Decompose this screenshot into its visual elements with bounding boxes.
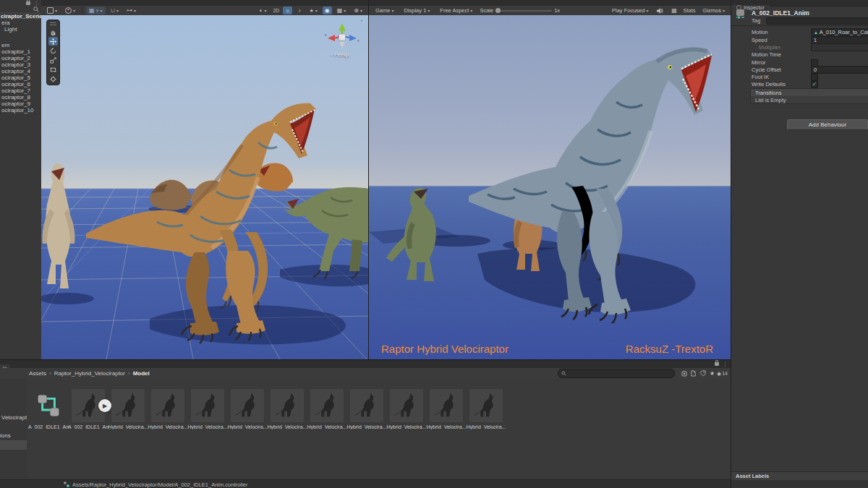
effects-dropdown[interactable]: ★▾ xyxy=(306,7,320,14)
scale-slider[interactable]: Scale 1x xyxy=(480,7,560,14)
hierarchy-header-icons: ⋮ xyxy=(26,1,39,6)
overlay-title: Raptor Hybrid Velociraptor xyxy=(381,343,509,355)
hierarchy-item[interactable]: ociraptor_5 xyxy=(1,74,30,81)
cycle-offset-field[interactable]: 0 xyxy=(811,66,868,74)
hierarchy-item[interactable]: ociraptor_6 xyxy=(1,81,30,87)
hand-tool-button[interactable] xyxy=(48,27,58,36)
scene-visibility-toggle[interactable]: ◉ xyxy=(323,7,332,14)
project-header-icons: ⋮ xyxy=(715,361,728,367)
lock-icon[interactable] xyxy=(26,1,30,5)
foot-ik-label: Foot IK xyxy=(752,74,769,80)
gizmo-style-dropdown[interactable]: ▾ xyxy=(62,7,78,14)
2d-toggle[interactable]: 2D xyxy=(271,7,281,14)
breadcrumb-assets[interactable]: Assets xyxy=(29,370,46,377)
hierarchy-item[interactable]: em xyxy=(1,42,9,48)
multiplier-field xyxy=(811,43,868,51)
grid-visibility-dropdown[interactable]: ▦Y▾ xyxy=(86,7,106,14)
status-path: Assets/Raptor_Hybrid_Velociraptor/Model/… xyxy=(72,481,247,488)
asset-item-controller[interactable]: A_002_IDLE1_An... xyxy=(32,389,65,429)
gizmo-menu-icon[interactable]: ▪ xyxy=(361,18,362,23)
asset-item[interactable]: Hybrid_Velocira... xyxy=(469,389,503,429)
hierarchy-item[interactable]: ociraptor_7 xyxy=(1,87,30,94)
asset-item[interactable]: Hybrid_Velocira... xyxy=(231,389,264,429)
hierarchy-item[interactable]: ociraptor_1 xyxy=(1,48,30,55)
scale-slider-knob[interactable] xyxy=(495,8,501,13)
persp-label[interactable]: ‹ Persp xyxy=(331,51,349,58)
hierarchy-item[interactable]: ociraptor_2 xyxy=(1,55,30,61)
hierarchy-item[interactable]: ociraptor_9 xyxy=(1,100,30,107)
draw-mode-dropdown[interactable]: ▾ xyxy=(44,7,60,14)
project-search-input[interactable] xyxy=(558,369,675,378)
stats-button[interactable]: Stats xyxy=(683,7,695,14)
rotate-tool-button[interactable] xyxy=(48,46,58,55)
move-snap-dropdown[interactable]: ⊶▾ xyxy=(124,7,139,14)
asset-item[interactable]: Hybrid_Velocira... xyxy=(191,389,224,429)
folder-tree-selected-row[interactable] xyxy=(0,440,27,450)
cycle-offset-label: Cycle Offset xyxy=(752,67,781,73)
foot-ik-checkbox[interactable] xyxy=(811,74,818,81)
search-by-type-button[interactable] xyxy=(689,369,698,377)
asset-item[interactable]: Hybrid_Velocira... xyxy=(310,389,344,429)
game-gizmos-dropdown[interactable]: Gizmos▾ xyxy=(700,7,728,14)
display-dropdown[interactable]: Display 1▾ xyxy=(401,7,433,14)
game-viewport[interactable]: Raptor Hybrid Velociraptor RacksuZ -Trex… xyxy=(369,15,731,359)
asset-item[interactable]: Hybrid_Velocira... xyxy=(430,389,463,429)
mute-audio-button[interactable] xyxy=(655,7,665,14)
hierarchy-item[interactable]: ociraptor_3 xyxy=(1,61,30,68)
hierarchy-scene-header[interactable]: ciraptor_Scene ⋮ xyxy=(0,12,41,20)
breadcrumb-sep-icon: › xyxy=(128,370,130,377)
shading-mode-dropdown[interactable]: ◐▾ xyxy=(257,7,270,14)
hierarchy-item[interactable]: era xyxy=(1,20,10,26)
transform-tool-button[interactable] xyxy=(48,74,58,83)
folder-tree-item[interactable]: ions xyxy=(0,432,11,439)
motion-object-field[interactable]: ▲ A_010_Roar_to_Call_Anim xyxy=(811,28,868,36)
asset-item[interactable]: Hybrid_Velocira... xyxy=(390,389,423,429)
lighting-toggle[interactable]: ☼ xyxy=(283,7,292,14)
kebab-menu-icon[interactable]: ⋮ xyxy=(34,1,39,6)
audio-toggle[interactable]: ♪ xyxy=(294,7,304,14)
orientation-gizmo[interactable]: ▪ x z ‹ Persp xyxy=(325,18,362,60)
asset-item[interactable]: ▶ A_002_IDLE1_An... xyxy=(72,389,105,429)
project-kebab-icon[interactable]: ⋮ xyxy=(723,361,728,367)
animator-controller-icon xyxy=(32,389,65,422)
scale-tool-button[interactable] xyxy=(48,56,58,64)
state-name[interactable]: A_002_IDLE1_Anim xyxy=(752,9,809,17)
search-icon xyxy=(561,371,566,376)
vsync-button[interactable]: ▦ xyxy=(669,7,678,14)
game-toolbar: Game▾ Display 1▾ Free Aspect▾ Scale 1x P… xyxy=(369,6,731,16)
motion-label: Motion xyxy=(752,29,768,35)
asset-item[interactable]: Hybrid_Velocira... xyxy=(271,389,304,429)
axis-x-label: x xyxy=(325,33,327,37)
search-icon[interactable] xyxy=(33,7,39,12)
hierarchy-item[interactable]: ociraptor_8 xyxy=(1,94,30,100)
search-by-label-button[interactable] xyxy=(698,369,707,377)
add-behaviour-button[interactable]: Add Behaviour xyxy=(787,119,868,130)
project-header-row: Assets › Raptor_Hybrid_Velociraptor › Mo… xyxy=(0,368,731,380)
search-in-dropdown[interactable] xyxy=(679,369,689,377)
asset-item[interactable]: Hybrid_Velocira... xyxy=(111,389,145,429)
asset-item[interactable]: Hybrid_Velocira... xyxy=(350,389,383,429)
snap-dropdown[interactable]: ⊔▾ xyxy=(108,7,122,14)
play-preview-icon[interactable]: ▶ xyxy=(98,399,111,412)
asset-item[interactable]: Hybrid_Velocira... xyxy=(151,389,184,429)
favorites-star-button[interactable]: ★ xyxy=(707,369,717,377)
game-display-mode-dropdown[interactable]: Game▾ xyxy=(373,7,396,14)
write-defaults-checkbox[interactable]: ✓ xyxy=(811,81,818,88)
hierarchy-item[interactable]: ociraptor_4 xyxy=(1,68,30,74)
scene-viewport[interactable]: ▪ x z ‹ Persp xyxy=(41,15,368,359)
breadcrumb-folder[interactable]: Raptor_Hybrid_Velociraptor xyxy=(54,370,125,377)
move-tool-button[interactable] xyxy=(48,37,58,46)
project-lock-icon[interactable] xyxy=(715,362,719,366)
hierarchy-item[interactable]: Light xyxy=(4,26,17,33)
overlay-drag-handle[interactable] xyxy=(50,22,56,25)
scene-options-icon[interactable]: ⋮ xyxy=(35,14,41,19)
camera-settings-dropdown[interactable]: ▦▾ xyxy=(334,7,349,14)
tag-field[interactable] xyxy=(766,17,868,25)
rect-tool-button[interactable] xyxy=(48,65,58,74)
breadcrumb-current[interactable]: Model xyxy=(133,370,150,377)
hidden-count-eye-button[interactable]: ◉14 xyxy=(717,369,728,377)
play-focused-dropdown[interactable]: Play Focused▾ xyxy=(609,7,651,14)
aspect-dropdown[interactable]: Free Aspect▾ xyxy=(437,7,475,14)
hierarchy-item[interactable]: ociraptor_10 xyxy=(1,107,33,114)
gizmos-dropdown[interactable]: ⊕▾ xyxy=(351,7,365,14)
